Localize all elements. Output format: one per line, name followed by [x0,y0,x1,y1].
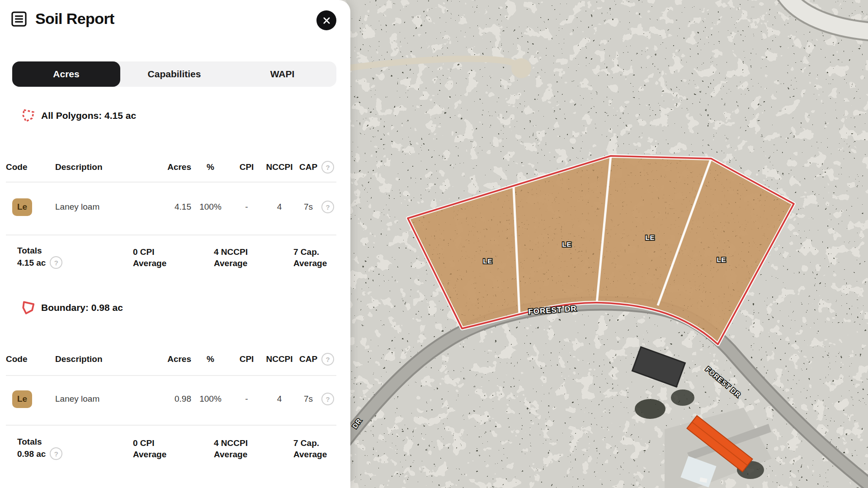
col-percent: % [191,354,230,364]
col-cap: CAP [295,354,321,364]
acres-value: 0.98 [148,394,191,404]
soil-code-label: LE [645,234,655,241]
totals-label: Totals [17,245,62,256]
polygon-dashed-icon [20,107,38,125]
col-cap: CAP [295,162,321,172]
acres-value: 4.15 [148,202,191,212]
tab-capabilities[interactable]: Capabilities [120,61,228,87]
divider [6,182,336,183]
divider [6,375,336,376]
totals-nccpi-label: Average [214,258,248,269]
totals-cap-label: Average [293,258,327,269]
totals-cpi-label: Average [133,449,166,460]
section-heading-text: Boundary: 0.98 ac [41,302,123,313]
col-acres: Acres [148,354,191,364]
totals-acres: 0.98 ac [17,448,46,460]
divider [6,425,336,426]
totals-cpi-value: 0 CPI [133,437,166,449]
table-row: Le Laney loam 4.15 100% - 4 7s ? [0,194,337,220]
soil-report-panel: Soil Report Acres Capabilities WAPI All … [0,0,350,488]
totals-nccpi-value: 4 NCCPI [214,246,248,258]
boundary-heading: Boundary: 0.98 ac [0,299,123,317]
totals-cpi-label: Average [133,258,166,269]
nccpi-value: 4 [264,202,295,212]
help-icon[interactable]: ? [321,353,334,366]
col-cpi: CPI [230,354,264,364]
soil-description: Laney loam [47,202,148,212]
page-title: Soil Report [35,10,114,28]
divider [6,235,336,235]
col-nccpi: NCCPI [264,354,295,364]
soil-code-badge: Le [12,198,32,216]
nccpi-value: 4 [264,394,295,404]
report-tab-bar: Acres Capabilities WAPI [12,61,336,87]
col-description: Description [47,162,148,172]
polygon-icon [20,299,38,317]
all-polygons-heading: All Polygons: 4.15 ac [0,107,136,125]
help-icon[interactable]: ? [50,447,62,460]
cpi-value: - [230,202,264,212]
col-description: Description [47,354,148,364]
col-nccpi: NCCPI [264,162,295,172]
tab-wapi[interactable]: WAPI [228,61,336,87]
percent-value: 100% [191,394,230,404]
help-icon[interactable]: ? [321,161,334,174]
col-acres: Acres [148,162,191,172]
totals-cap-value: 7 Cap. [293,437,327,449]
col-percent: % [191,162,230,172]
cap-value: 7s [295,202,321,212]
close-icon [322,16,331,25]
section-heading-text: All Polygons: 4.15 ac [41,110,136,121]
soil-code-label: LE [717,256,726,263]
cpi-value: - [230,394,264,404]
table-header: Code Description Acres % CPI NCCPI CAP ? [0,157,337,177]
col-code: Code [6,162,47,172]
close-button[interactable] [316,10,336,30]
help-icon[interactable]: ? [321,201,334,213]
table-header: Code Description Acres % CPI NCCPI CAP ? [0,349,337,369]
table-row: Le Laney loam 0.98 100% - 4 7s ? [0,386,337,412]
soil-code-badge: Le [12,390,32,408]
col-code: Code [6,354,47,364]
map-canvas: LE LE LE LE FOREST DR FOREST DR DR [335,0,868,488]
soil-code-label: LE [483,257,492,265]
soil-code-label: LE [562,240,571,248]
tab-acres[interactable]: Acres [12,61,120,87]
satellite-map[interactable]: LE LE LE LE FOREST DR FOREST DR DR [335,0,868,488]
totals-acres: 4.15 ac [17,257,46,268]
cap-value: 7s [295,394,321,404]
totals-cap-value: 7 Cap. [293,246,327,258]
totals-label: Totals [17,436,62,447]
percent-value: 100% [191,202,230,212]
totals-cap-label: Average [293,449,327,460]
col-cpi: CPI [230,162,264,172]
totals-nccpi-value: 4 NCCPI [214,437,248,449]
totals-nccpi-label: Average [214,449,248,460]
totals-cpi-value: 0 CPI [133,246,166,258]
soil-description: Laney loam [47,394,148,404]
help-icon[interactable]: ? [50,256,62,269]
report-icon [10,10,28,28]
help-icon[interactable]: ? [321,393,334,405]
